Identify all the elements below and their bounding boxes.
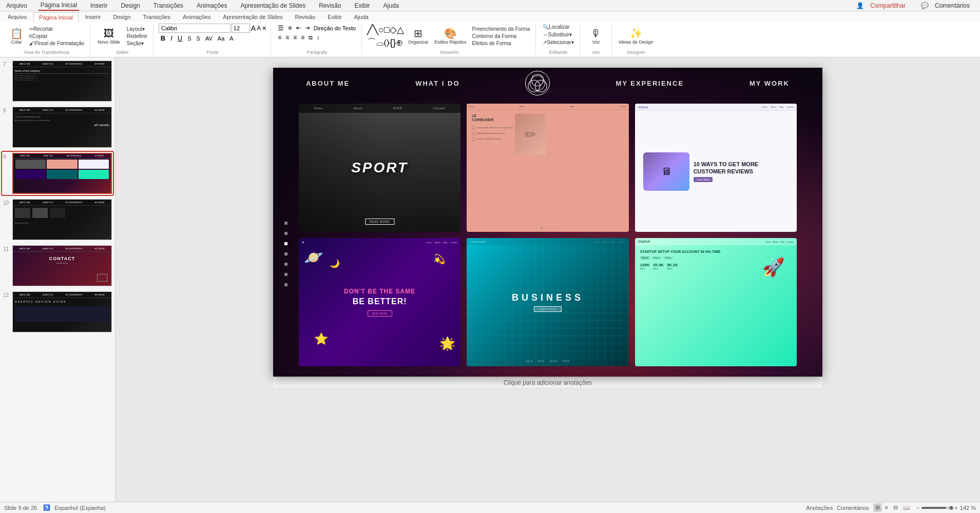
tab-animacoes[interactable]: Animações xyxy=(177,12,216,22)
organize-button[interactable]: ⊞ Organizar xyxy=(406,27,431,46)
font-clear-button[interactable]: ✕ xyxy=(262,25,266,32)
tab-revisao[interactable]: Revisão xyxy=(290,12,321,22)
slide-thumb-11[interactable]: 11 ABOUT MEWHAT I DOMY EXPERIENCEMY WORK… xyxy=(2,244,113,287)
comments-toggle[interactable]: Comentários xyxy=(837,505,869,511)
tab-transicoes[interactable]: Transições xyxy=(138,12,176,22)
share-button[interactable]: 👤 Compartilhar xyxy=(850,0,912,11)
slide-thumb-7[interactable]: 7 ABOUT MEWHAT I DOMY EXPERIENCEMY WORK … xyxy=(2,60,113,103)
slide-preview-7: ABOUT MEWHAT I DOMY EXPERIENCEMY WORK Na… xyxy=(12,61,112,102)
notes-bar[interactable]: Clique para adicionar anotações xyxy=(273,377,822,388)
ribbon-group-editing: 🔍 Localizar ↔ Substituir ▾ ↗ Selecionar … xyxy=(537,24,580,55)
card-10-ways: ★ Brand HomeAboutBlogContact 🖥 10 WAYS T… xyxy=(635,104,797,232)
find-button[interactable]: 🔍 Localizar xyxy=(541,24,571,30)
slide-thumb-9[interactable]: 9 ABOUT MEWHAT I DOMY EXPERIENCEMY WORK xyxy=(2,152,113,195)
paste-button[interactable]: 📋 Colar xyxy=(7,27,26,46)
zoom-slider[interactable] xyxy=(921,507,952,509)
slide-thumb-8[interactable]: 8 ABOUT MEWHAT I DOMY EXPERIENCEMY WORK … xyxy=(2,106,113,149)
columns-button[interactable]: ⧉ xyxy=(307,34,314,42)
comments-icon: 💬 xyxy=(919,1,931,10)
menu-revisao[interactable]: Revisão xyxy=(317,1,343,10)
zoom-in-button[interactable]: + xyxy=(954,505,957,511)
new-slide-icon: 🖼 xyxy=(104,28,114,38)
menu-ajuda[interactable]: Ajuda xyxy=(381,1,401,10)
tab-inserir[interactable]: Inserir xyxy=(80,12,107,22)
menu-exibir[interactable]: Exibir xyxy=(353,1,372,10)
shadow-button[interactable]: S xyxy=(195,35,202,42)
menu-bar: Arquivo Página Inicial Inserir Design Tr… xyxy=(0,0,980,11)
copy-button[interactable]: ⎘ Copiar xyxy=(28,33,86,40)
section-button[interactable]: Seção ▾ xyxy=(125,40,149,47)
font-grow-button[interactable]: A xyxy=(251,24,256,32)
slide-thumb-12[interactable]: 12 ABOUT MEWHAT I DOMY EXPERIENCEMY WORK… xyxy=(2,290,113,333)
notes-toggle[interactable]: Anotações xyxy=(806,505,833,511)
slide-navigation: ABOUT ME WHAT I DO MY EXPERIENCE MY WORK xyxy=(273,68,822,98)
layout-button[interactable]: Layout ▾ xyxy=(125,26,149,32)
font-name-input[interactable] xyxy=(159,24,230,33)
menu-pagina-inicial[interactable]: Página Inicial xyxy=(39,1,79,11)
design-ideas-button[interactable]: ✨ Ideias de Design xyxy=(617,27,656,46)
numbering-button[interactable]: ≡ xyxy=(286,24,294,32)
menu-animacoes[interactable]: Animações xyxy=(195,1,229,10)
card-le-corbusier: HomeAboutShopContact LECORBUSIER 01 Lore… xyxy=(467,104,628,232)
tab-apresentacao[interactable]: Apresentação de Slides xyxy=(217,12,288,22)
bullets-button[interactable]: ☰ xyxy=(276,24,285,32)
ribbon-group-designer: ✨ Ideias de Design Designer xyxy=(613,24,660,55)
view-reading[interactable]: 📖 xyxy=(901,503,912,512)
select-button[interactable]: ↗ Selecionar ▾ xyxy=(541,39,575,46)
comments-button[interactable]: 💬 Comentários xyxy=(915,0,976,11)
text-direction-button[interactable]: Direção do Texto xyxy=(312,25,357,32)
align-left-button[interactable]: ≡ xyxy=(276,33,283,42)
reset-button[interactable]: Redefinir xyxy=(125,33,149,40)
svg-point-0 xyxy=(532,74,544,86)
share-icon: 👤 xyxy=(854,1,866,10)
format-painter-button[interactable]: 🖌 Pincel de Formatação xyxy=(28,40,86,47)
nav-my-work: MY WORK xyxy=(750,80,790,87)
align-center-button[interactable]: ≡ xyxy=(284,33,291,42)
view-outline[interactable]: ≡ xyxy=(883,503,890,512)
tab-ajuda[interactable]: Ajuda xyxy=(349,12,374,22)
slide-preview-11: ABOUT MEWHAT I DOMY EXPERIENCEMY WORK CO… xyxy=(12,245,112,286)
menu-apresentacao[interactable]: Apresentação de Slides xyxy=(238,1,308,10)
font-shrink-button[interactable]: A xyxy=(257,25,261,32)
font-color-button[interactable]: A xyxy=(227,35,235,42)
shape-effects-button[interactable]: Efeitos de Forma xyxy=(470,40,531,47)
italic-button[interactable]: I xyxy=(168,34,175,43)
new-slide-button[interactable]: 🖼 Novo Slide xyxy=(95,27,122,46)
slide-thumb-10[interactable]: 10 ABOUT MEWHAT I DOMY EXPERIENCEMY WORK… xyxy=(2,198,113,241)
bold-button[interactable]: B xyxy=(159,34,167,43)
replace-button[interactable]: ↔ Substituir ▾ xyxy=(541,31,573,38)
top-right-buttons: 👤 Compartilhar 💬 Comentários xyxy=(850,0,976,11)
change-case-button[interactable]: Aa xyxy=(216,35,226,42)
menu-arquivo[interactable]: Arquivo xyxy=(4,1,29,10)
align-right-button[interactable]: ≡ xyxy=(292,33,298,42)
shape-fill-button[interactable]: Preenchimento da Forma xyxy=(470,26,531,32)
tab-pagina-inicial[interactable]: Página Inicial xyxy=(33,12,78,22)
strikethrough-button[interactable]: S xyxy=(185,35,193,42)
char-spacing-button[interactable]: AV xyxy=(203,35,215,42)
indent-less-button[interactable]: ⇤ xyxy=(295,24,302,32)
shape-outline-button[interactable]: Contorno da Forma xyxy=(470,33,531,40)
tab-design[interactable]: Design xyxy=(107,12,136,22)
zoom-out-button[interactable]: − xyxy=(916,505,919,511)
view-normal[interactable]: ⊞ xyxy=(873,503,882,512)
tab-exibir[interactable]: Exibir xyxy=(322,12,348,22)
quick-styles-button[interactable]: 🎨 Estilos Rápidos xyxy=(432,27,468,46)
slide-count: Slide 9 de 26 xyxy=(4,505,37,511)
menu-inserir[interactable]: Inserir xyxy=(88,1,109,10)
font-size-input[interactable] xyxy=(232,24,250,33)
shapes-row1[interactable]: ╱╲○□◇△ xyxy=(367,24,404,35)
dictate-button[interactable]: 🎙 Voz xyxy=(587,27,605,46)
indent-more-button[interactable]: ⇥ xyxy=(303,24,311,32)
menu-transicoes[interactable]: Transições xyxy=(151,1,185,10)
card-startup-title: STARTUP SETUP YOUR ACCOUNT IN NO-TIME xyxy=(640,249,756,254)
justify-button[interactable]: ≡ xyxy=(299,33,306,42)
slide-selection-dots xyxy=(284,222,287,286)
shapes-row2[interactable]: ⌒⌓⟨⟩{}⊕ xyxy=(367,36,404,49)
tab-arquivo[interactable]: Arquivo xyxy=(2,12,32,22)
underline-button[interactable]: U xyxy=(176,34,184,43)
menu-design[interactable]: Design xyxy=(119,1,142,10)
cut-button[interactable]: ✂ Recortar xyxy=(28,26,86,32)
slide-canvas[interactable]: ABOUT ME WHAT I DO MY EXPERIENCE MY WORK xyxy=(273,68,822,377)
line-spacing-button[interactable]: ↕ xyxy=(315,34,321,41)
view-sorter[interactable]: ⊟ xyxy=(891,503,900,512)
